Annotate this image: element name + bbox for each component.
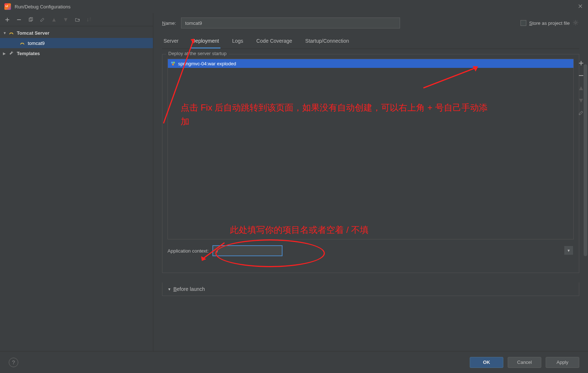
tab-server[interactable]: Server bbox=[162, 36, 180, 49]
footer: ? OK Cancel Apply bbox=[0, 351, 588, 373]
edit-templates-button[interactable] bbox=[38, 15, 47, 24]
tree-category-label: Tomcat Server bbox=[17, 30, 49, 36]
scrollbar[interactable] bbox=[584, 64, 587, 256]
window-title: Run/Debug Configurations bbox=[15, 4, 578, 9]
content-panel: Name: Store as project file Server Deplo… bbox=[153, 13, 588, 351]
tabs: Server Deployment Logs Code Coverage Sta… bbox=[162, 34, 579, 49]
tree-category-tomcat[interactable]: ▼ Tomcat Server bbox=[0, 28, 153, 38]
tab-logs[interactable]: Logs bbox=[231, 36, 245, 49]
application-context-row: Application context: ▼ bbox=[168, 245, 574, 256]
tree-templates[interactable]: ▶ Templates bbox=[0, 48, 153, 58]
name-row: Name: Store as project file bbox=[162, 18, 579, 28]
store-checkbox[interactable] bbox=[520, 20, 526, 26]
application-context-dropdown[interactable]: ▼ bbox=[564, 246, 573, 255]
tree-item-tomcat9[interactable]: tomcat9 bbox=[0, 38, 153, 48]
sidebar: ▲ ▼ ▼ Tomcat Server tomcat9 bbox=[0, 13, 153, 351]
collapse-icon: ▼ bbox=[3, 31, 8, 35]
svg-point-4 bbox=[21, 43, 22, 43]
svg-point-8 bbox=[173, 62, 175, 64]
tree-item-label: tomcat9 bbox=[28, 41, 45, 46]
tab-deployment[interactable]: Deployment bbox=[190, 36, 220, 49]
folder-button[interactable] bbox=[73, 15, 82, 24]
svg-point-2 bbox=[10, 32, 11, 33]
svg-point-9 bbox=[172, 64, 174, 65]
config-tree: ▼ Tomcat Server tomcat9 ▶ Templates bbox=[0, 26, 153, 58]
copy-config-button[interactable] bbox=[26, 15, 35, 24]
sort-button[interactable] bbox=[85, 15, 93, 24]
move-down-button[interactable]: ▼ bbox=[61, 15, 70, 24]
artifact-icon bbox=[170, 61, 176, 66]
remove-config-button[interactable] bbox=[15, 15, 23, 24]
store-label: Store as project file bbox=[529, 20, 570, 26]
titlebar: Run/Debug Configurations bbox=[0, 0, 588, 13]
ok-button[interactable]: OK bbox=[470, 357, 503, 368]
tomcat-icon bbox=[19, 40, 26, 46]
svg-point-5 bbox=[23, 43, 24, 43]
store-as-project-file[interactable]: Store as project file bbox=[520, 20, 579, 26]
name-label: Name: bbox=[162, 20, 176, 26]
close-icon[interactable] bbox=[578, 4, 584, 9]
artifact-label: springmvc-04:war exploded bbox=[178, 61, 236, 66]
before-launch-title[interactable]: ▼ Before launch bbox=[168, 286, 574, 292]
apply-button[interactable]: Apply bbox=[546, 357, 579, 368]
intellij-icon bbox=[4, 3, 11, 10]
svg-point-7 bbox=[171, 62, 173, 64]
application-context-input[interactable] bbox=[212, 245, 283, 256]
tomcat-icon bbox=[8, 30, 15, 36]
expand-icon: ▶ bbox=[3, 51, 8, 55]
wrench-icon bbox=[8, 50, 15, 57]
artifact-list[interactable]: springmvc-04:war exploded ▲ ▼ bbox=[168, 59, 574, 239]
deploy-section: Deploy at the server startup springmvc-0… bbox=[162, 54, 579, 273]
svg-point-3 bbox=[12, 32, 13, 33]
artifact-row[interactable]: springmvc-04:war exploded bbox=[168, 59, 573, 68]
svg-point-6 bbox=[575, 22, 577, 24]
before-launch-section: ▼ Before launch bbox=[162, 282, 579, 296]
cancel-button[interactable]: Cancel bbox=[508, 357, 541, 368]
gear-icon[interactable] bbox=[573, 20, 579, 26]
main-area: ▲ ▼ ▼ Tomcat Server tomcat9 bbox=[0, 13, 588, 351]
sidebar-toolbar: ▲ ▼ bbox=[0, 13, 153, 26]
tab-startup-connection[interactable]: Startup/Connection bbox=[304, 36, 350, 49]
deploy-section-label: Deploy at the server startup bbox=[166, 51, 229, 56]
tab-code-coverage[interactable]: Code Coverage bbox=[255, 36, 293, 49]
add-config-button[interactable] bbox=[3, 15, 12, 24]
collapse-icon: ▼ bbox=[168, 287, 171, 291]
help-button[interactable]: ? bbox=[9, 358, 18, 367]
name-input[interactable] bbox=[181, 18, 400, 28]
tree-templates-label: Templates bbox=[17, 51, 40, 56]
move-up-button[interactable]: ▲ bbox=[50, 15, 58, 24]
application-context-label: Application context: bbox=[168, 248, 209, 254]
